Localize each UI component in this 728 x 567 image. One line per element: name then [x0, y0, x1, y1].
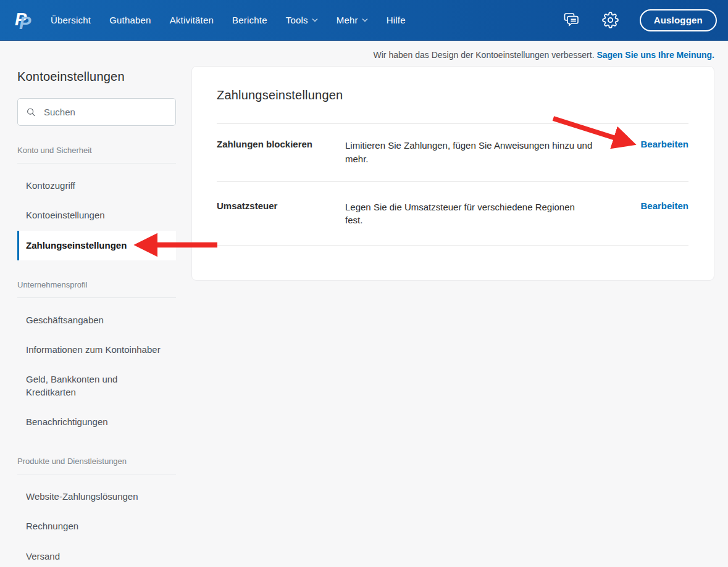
sidebar-section-list: Kontozugriff Kontoeinstellungen Zahlungs… [17, 171, 176, 260]
sidebar-item-rechnungen[interactable]: Rechnungen [17, 511, 176, 541]
paypal-logo-icon: P P [15, 9, 32, 32]
row-umsatzsteuer: Umsatzsteuer Legen Sie die Umsatzsteuer … [217, 182, 688, 246]
svg-text:P: P [19, 13, 31, 32]
setting-label: Umsatzsteuer [217, 201, 345, 211]
navbar-right-cluster: Ausloggen [563, 9, 717, 31]
sidebar-section-konto-und-sicherheit: Konto und Sicherheit Kontozugriff Kontoe… [17, 146, 176, 260]
sidebar-item-geschaeftsangaben[interactable]: Geschäftsangaben [17, 305, 176, 335]
sidebar-item-benachrichtigungen[interactable]: Benachrichtigungen [17, 407, 176, 437]
page-title: Kontoeinstellungen [17, 70, 176, 84]
sidebar-section-heading: Produkte und Dienstleistungen [17, 457, 176, 474]
sidebar-section-list: Geschäftsangaben Informationen zum Konto… [17, 305, 176, 437]
setting-description: Legen Sie die Umsatzsteuer für verschied… [345, 201, 593, 228]
sidebar-item-kontoeinstellungen[interactable]: Kontoeinstellungen [17, 201, 176, 230]
sidebar-section-heading: Unternehmensprofil [17, 280, 176, 298]
chat-icon[interactable] [563, 12, 581, 29]
sidebar-search[interactable] [17, 98, 176, 126]
nav-item-label: Hilfe [387, 15, 406, 25]
sidebar-item-label: Zahlungseinstellungen [26, 239, 127, 252]
edit-link-umsatzsteuer[interactable]: Bearbeiten [640, 201, 688, 211]
paypal-settings-page: { "header": { "logo": "PayPal", "nav_ite… [0, 0, 728, 567]
row-zahlungen-blockieren: Zahlungen blockieren Limitieren Sie Zahl… [217, 124, 688, 182]
sidebar-item-label: Geschäftsangaben [26, 314, 104, 326]
nav-item-label: Mehr [337, 15, 358, 25]
sidebar-section-unternehmensprofil: Unternehmensprofil Geschäftsangaben Info… [17, 280, 176, 437]
nav-item-label: Guthaben [109, 15, 151, 25]
nav-item-tools[interactable]: Tools [286, 15, 318, 25]
sidebar-item-label: Versand [26, 550, 60, 563]
sidebar-item-geld-bankkonten-kreditkarten[interactable]: Geld, Bankkonten und Kreditkarten [17, 365, 176, 407]
sidebar-item-website-zahlungsloesungen[interactable]: Website-Zahlungslösungen [17, 482, 176, 511]
nav-item-uebersicht[interactable]: Übersicht [51, 15, 91, 25]
sidebar-item-zahlungseinstellungen[interactable]: Zahlungseinstellungen [17, 231, 176, 260]
sidebar-item-label: Website-Zahlungslösungen [26, 490, 138, 503]
sidebar-item-kontozugriff[interactable]: Kontozugriff [17, 171, 176, 201]
chevron-down-icon [312, 18, 318, 22]
nav-item-label: Berichte [232, 15, 267, 25]
sidebar-section-heading: Konto und Sicherheit [17, 146, 176, 163]
content-layout: Kontoeinstellungen Konto und Sicherheit … [0, 60, 728, 567]
logout-button[interactable]: Ausloggen [640, 9, 717, 31]
nav-item-mehr[interactable]: Mehr [337, 15, 368, 25]
feedback-link[interactable]: Sagen Sie uns Ihre Meinung. [596, 50, 714, 60]
sidebar-item-label: Geld, Bankkonten und Kreditkarten [26, 373, 168, 399]
sidebar-item-versand[interactable]: Versand [17, 542, 176, 567]
primary-nav: Übersicht Guthaben Aktivitäten Berichte … [51, 15, 406, 25]
setting-label: Zahlungen blockieren [217, 139, 345, 149]
nav-item-label: Aktivitäten [170, 15, 214, 25]
sidebar-item-label: Benachrichtigungen [26, 416, 108, 428]
sidebar-item-label: Kontozugriff [26, 180, 75, 192]
redesign-notice: Wir haben das Design der Kontoeinstellun… [0, 41, 728, 60]
setting-description: Limitieren Sie Zahlungen, fügen Sie Anwe… [345, 139, 593, 166]
nav-item-berichte[interactable]: Berichte [232, 15, 267, 25]
top-navbar: P P Übersicht Guthaben Aktivitäten Beric… [0, 0, 728, 41]
paypal-logo[interactable]: P P [15, 9, 32, 32]
nav-item-hilfe[interactable]: Hilfe [387, 15, 406, 25]
gear-icon[interactable] [602, 12, 619, 28]
card-title: Zahlungseinstellungen [217, 88, 343, 102]
chevron-down-icon [362, 18, 368, 22]
settings-sidebar: Kontoeinstellungen Konto und Sicherheit … [0, 60, 176, 567]
payment-settings-card: Zahlungseinstellungen Zahlungen blockier… [191, 66, 714, 281]
sidebar-item-label: Kontoeinstellungen [26, 209, 105, 221]
card-header: Zahlungseinstellungen [217, 67, 688, 124]
sidebar-section-produkte-und-dienstleistungen: Produkte und Dienstleistungen Website-Za… [17, 457, 176, 567]
search-icon [27, 106, 36, 118]
search-input[interactable] [44, 107, 167, 117]
sidebar-item-informationen-zum-kontoinhaber[interactable]: Informationen zum Kontoinhaber [17, 335, 176, 365]
nav-item-aktivitaeten[interactable]: Aktivitäten [170, 15, 214, 25]
notice-text: Wir haben das Design der Kontoeinstellun… [374, 50, 595, 60]
edit-link-zahlungen-blockieren[interactable]: Bearbeiten [640, 139, 688, 149]
nav-item-label: Tools [286, 15, 308, 25]
sidebar-section-list: Website-Zahlungslösungen Rechnungen Vers… [17, 482, 176, 567]
sidebar-item-label: Rechnungen [26, 520, 78, 532]
nav-item-guthaben[interactable]: Guthaben [109, 15, 151, 25]
nav-item-label: Übersicht [51, 15, 91, 25]
sidebar-item-label: Informationen zum Kontoinhaber [26, 344, 161, 356]
